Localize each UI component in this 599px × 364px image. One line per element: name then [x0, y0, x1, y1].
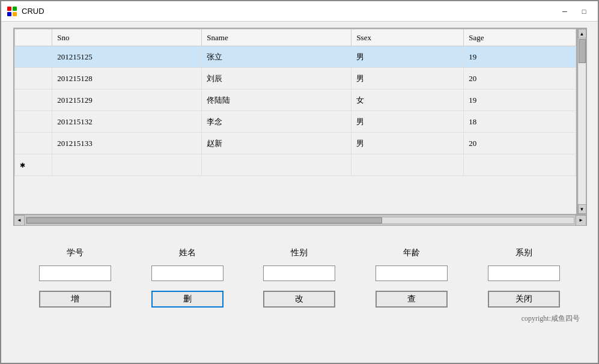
label-nl: 年龄: [403, 247, 420, 258]
btn-col-add: 增: [27, 286, 123, 308]
app-icon: [6, 5, 18, 17]
col-header-ssex[interactable]: Ssex: [351, 29, 464, 46]
input-xb2[interactable]: [488, 265, 560, 281]
col-header-sno[interactable]: Sno: [52, 29, 202, 46]
col-header-sname[interactable]: Sname: [202, 29, 351, 46]
input-col-xm: [139, 265, 236, 281]
cell-ssex: 男: [351, 111, 464, 133]
cell-ssex: 男: [351, 68, 464, 89]
cell-sage: 20: [464, 133, 576, 154]
cell-sage: 18: [464, 111, 576, 133]
input-col-xb: [251, 265, 347, 281]
window-frame: CRUD ─ □: [0, 0, 599, 364]
form-col-nl: 年龄: [363, 247, 460, 262]
form-col-xb: 性别: [251, 247, 347, 262]
cell-sage: 19: [464, 89, 576, 111]
new-row-marker: ✱: [15, 154, 52, 176]
vscroll-thumb[interactable]: [579, 39, 586, 63]
cell-ssex: 男: [351, 46, 464, 68]
table-area: Sno Sname Ssex Sage 201215125张立男19201215…: [13, 28, 587, 238]
table-body: 201215125张立男19201215128刘辰男20201215129佟陆陆…: [15, 46, 576, 176]
buttons-row: 增 删 改 查 关闭: [19, 286, 580, 308]
table-row[interactable]: 201215128刘辰男20: [15, 68, 576, 89]
cell-ssex: 女: [351, 89, 464, 111]
table-new-row[interactable]: ✱: [15, 154, 576, 176]
labels-row: 学号 姓名 性别 年龄 系别: [19, 247, 580, 262]
cell-sname: 刘辰: [202, 68, 351, 89]
new-row-cell: [202, 154, 351, 176]
table-row[interactable]: 201215133赵新男20: [15, 133, 576, 154]
minimize-button[interactable]: ─: [556, 5, 574, 17]
main-content: Sno Sname Ssex Sage 201215125张立男19201215…: [1, 22, 598, 330]
cell-sname: 李念: [202, 111, 351, 133]
col-header-checkbox: [15, 29, 52, 46]
vertical-scrollbar[interactable]: ▲ ▼: [577, 28, 587, 215]
label-xb: 性别: [291, 247, 308, 258]
btn-col-query: 查: [363, 286, 460, 308]
svg-rect-0: [7, 7, 11, 11]
cell-sno: 201215132: [52, 111, 202, 133]
row-checkbox: [15, 133, 52, 154]
add-button[interactable]: 增: [39, 291, 111, 308]
new-row-cell: [464, 154, 576, 176]
input-xh[interactable]: [39, 265, 111, 281]
row-checkbox: [15, 111, 52, 133]
title-bar: CRUD ─ □: [1, 1, 598, 22]
vscroll-track: [579, 38, 586, 204]
btn-col-edit: 改: [251, 286, 347, 308]
cell-sno: 201215125: [52, 46, 202, 68]
cell-sno: 201215133: [52, 133, 202, 154]
maximize-button[interactable]: □: [575, 5, 593, 17]
table-row[interactable]: 201215125张立男19: [15, 46, 576, 68]
query-button[interactable]: 查: [376, 291, 448, 308]
input-col-xh: [27, 265, 123, 281]
cell-ssex: 男: [351, 133, 464, 154]
cell-sno: 201215128: [52, 68, 202, 89]
horizontal-scrollbar[interactable]: ◄ ►: [13, 215, 587, 226]
hscroll-left-arrow[interactable]: ◄: [14, 215, 25, 226]
cell-sname: 佟陆陆: [202, 89, 351, 111]
hscroll-track: [26, 217, 574, 224]
btn-col-close: 关闭: [476, 286, 572, 308]
cell-sname: 赵新: [202, 133, 351, 154]
svg-rect-1: [13, 7, 17, 11]
cell-sno: 201215129: [52, 89, 202, 111]
row-checkbox: [15, 68, 52, 89]
edit-button[interactable]: 改: [263, 291, 335, 308]
copyright-text: copyright:咸鱼四号: [13, 314, 586, 324]
form-area: 学号 姓名 性别 年龄 系别: [13, 247, 586, 308]
data-table: Sno Sname Ssex Sage 201215125张立男19201215…: [14, 29, 576, 176]
delete-button[interactable]: 删: [151, 291, 223, 308]
hscroll-thumb[interactable]: [26, 217, 382, 223]
row-checkbox: [15, 46, 52, 68]
cell-sname: 张立: [202, 46, 351, 68]
table-row[interactable]: 201215132李念男18: [15, 111, 576, 133]
close-button[interactable]: 关闭: [488, 291, 560, 308]
input-xm[interactable]: [151, 265, 223, 281]
table-scroll-area[interactable]: Sno Sname Ssex Sage 201215125张立男19201215…: [13, 28, 577, 215]
input-xb[interactable]: [263, 265, 335, 281]
input-col-nl: [363, 265, 460, 281]
row-checkbox: [15, 89, 52, 111]
window-title: CRUD: [22, 7, 556, 16]
hscroll-right-arrow[interactable]: ►: [576, 215, 586, 226]
col-header-sage[interactable]: Sage: [464, 29, 576, 46]
label-xb2: 系别: [515, 247, 532, 258]
table-header-row: Sno Sname Ssex Sage: [15, 29, 576, 46]
label-xh: 学号: [67, 247, 84, 258]
table-row[interactable]: 201215129佟陆陆女19: [15, 89, 576, 111]
vscroll-up-arrow[interactable]: ▲: [578, 29, 586, 38]
input-col-xb2: [476, 265, 572, 281]
new-row-cell: [52, 154, 202, 176]
input-nl[interactable]: [376, 265, 448, 281]
form-col-xh: 学号: [27, 247, 123, 262]
form-col-xb2: 系别: [476, 247, 572, 262]
cell-sage: 19: [464, 46, 576, 68]
inputs-row: [19, 265, 580, 281]
vscroll-down-arrow[interactable]: ▼: [578, 204, 586, 214]
svg-rect-3: [13, 12, 17, 16]
svg-rect-2: [7, 12, 11, 16]
cell-sage: 20: [464, 68, 576, 89]
label-xm: 姓名: [179, 247, 196, 258]
form-col-xm: 姓名: [139, 247, 236, 262]
